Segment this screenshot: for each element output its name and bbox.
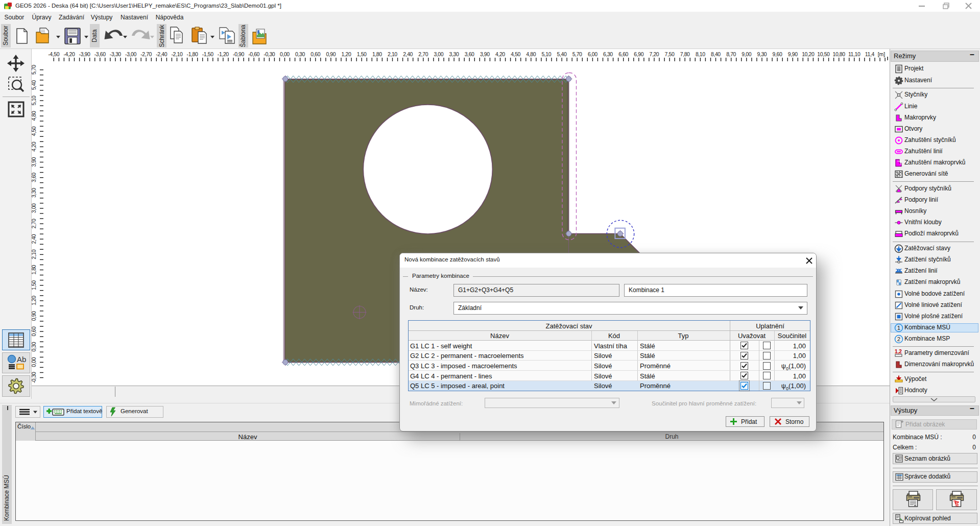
svg-text:2,10: 2,10 [32, 249, 37, 259]
svg-text:7,20: 7,20 [649, 51, 659, 57]
svg-text:11,10: 11,10 [848, 51, 861, 57]
svg-text:4,50: 4,50 [511, 51, 520, 57]
svg-text:1,50: 1,50 [32, 280, 37, 290]
svg-text:4,80: 4,80 [32, 111, 37, 121]
svg-text:5,10: 5,10 [32, 95, 37, 105]
svg-text:1: 1 [897, 325, 900, 331]
svg-text:0,30: 0,30 [295, 51, 305, 57]
svg-text:-3,90: -3,90 [79, 51, 90, 57]
svg-text:11,4: 11,4 [865, 51, 875, 57]
svg-text:1,50: 1,50 [357, 51, 367, 57]
svg-text:-0,30: -0,30 [32, 372, 37, 383]
svg-text:5,10: 5,10 [541, 51, 551, 57]
svg-text:7,80: 7,80 [680, 51, 690, 57]
svg-text:3,60: 3,60 [465, 51, 474, 57]
svg-text:3,30: 3,30 [449, 51, 459, 57]
svg-text:-0,90: -0,90 [233, 51, 244, 57]
svg-text:0,90: 0,90 [32, 311, 37, 321]
svg-text:0,60: 0,60 [310, 51, 320, 57]
svg-text:1,2: 1,2 [895, 349, 902, 354]
svg-text:10,20: 10,20 [802, 51, 815, 57]
svg-text:-2,40: -2,40 [156, 51, 167, 57]
svg-text:-3,00: -3,00 [125, 51, 136, 57]
svg-text:0,90: 0,90 [326, 51, 336, 57]
svg-text:6,60: 6,60 [618, 51, 628, 57]
svg-text:3,60: 3,60 [32, 173, 37, 182]
svg-text:2,40: 2,40 [32, 234, 37, 244]
svg-text:-0,60: -0,60 [248, 51, 259, 57]
svg-text:6,30: 6,30 [603, 51, 613, 57]
svg-text:2: 2 [897, 336, 900, 342]
svg-text:6,90: 6,90 [634, 51, 643, 57]
svg-text:8,70: 8,70 [726, 51, 736, 57]
svg-text:-1,20: -1,20 [218, 51, 229, 57]
svg-text:1,80: 1,80 [372, 51, 382, 57]
svg-text:3,90: 3,90 [32, 157, 37, 166]
svg-text:-3,60: -3,60 [94, 51, 106, 57]
svg-text:5,70: 5,70 [32, 65, 37, 75]
svg-text:6,00: 6,00 [588, 51, 597, 57]
svg-text:-3,30: -3,30 [110, 51, 121, 57]
svg-text:[m]: [m] [878, 51, 886, 57]
svg-text:3,90: 3,90 [480, 51, 490, 57]
svg-text:7,50: 7,50 [665, 51, 675, 57]
svg-text:0,60: 0,60 [32, 326, 37, 336]
svg-text:3,00: 3,00 [32, 203, 37, 213]
svg-text:Ab: Ab [17, 355, 26, 364]
svg-text:0,00: 0,00 [32, 357, 37, 367]
svg-text:3,30: 3,30 [32, 188, 37, 198]
svg-text:5,40: 5,40 [557, 51, 567, 57]
svg-text:-0,30: -0,30 [264, 51, 275, 57]
svg-text:4,80: 4,80 [526, 51, 536, 57]
svg-text:2,10: 2,10 [388, 51, 397, 57]
svg-text:-1,80: -1,80 [187, 51, 198, 57]
svg-text:-4,50: -4,50 [48, 51, 59, 57]
svg-text:9,90: 9,90 [788, 51, 798, 57]
svg-text:4,20: 4,20 [495, 51, 505, 57]
svg-text:9,00: 9,00 [742, 51, 751, 57]
svg-text:5,70: 5,70 [572, 51, 582, 57]
svg-text:1,20: 1,20 [32, 296, 37, 305]
svg-text:9,30: 9,30 [757, 51, 767, 57]
svg-text:0,00: 0,00 [280, 51, 290, 57]
svg-text:-1,50: -1,50 [202, 51, 213, 57]
svg-text:4,50: 4,50 [32, 126, 37, 136]
svg-text:1,20: 1,20 [342, 51, 351, 57]
svg-text:0,30: 0,30 [32, 342, 37, 351]
svg-text:2,70: 2,70 [418, 51, 428, 57]
svg-text:5,40: 5,40 [32, 80, 37, 90]
svg-text:8,40: 8,40 [711, 51, 721, 57]
svg-text:-2,10: -2,10 [171, 51, 182, 57]
svg-text:2,40: 2,40 [403, 51, 413, 57]
svg-text:10,80: 10,80 [832, 51, 845, 57]
svg-text:9,60: 9,60 [773, 51, 782, 57]
svg-text:10,50: 10,50 [817, 51, 830, 57]
svg-text:3,00: 3,00 [434, 51, 443, 57]
svg-text:-4,20: -4,20 [63, 51, 75, 57]
svg-text:8,10: 8,10 [696, 51, 705, 57]
svg-text:1,80: 1,80 [32, 265, 37, 274]
svg-text:4,20: 4,20 [32, 141, 37, 151]
svg-text:2,70: 2,70 [32, 219, 37, 228]
svg-text:-2,70: -2,70 [140, 51, 152, 57]
